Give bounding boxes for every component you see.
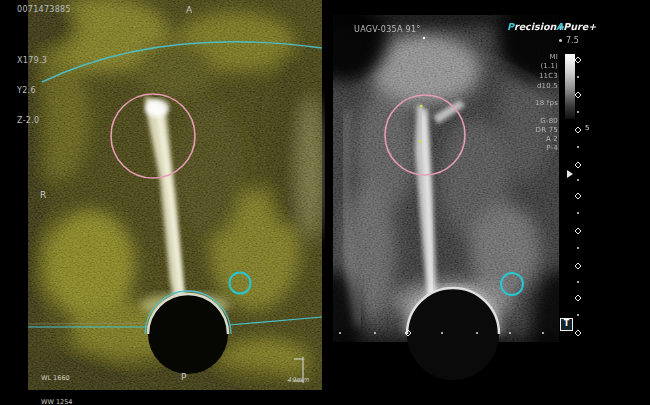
acoustic-power: A 2 bbox=[516, 135, 558, 143]
frequency-value: 7.5 bbox=[566, 36, 579, 45]
mri-window-settings: WL 1660 WW 1254 0.5mm bbox=[41, 358, 72, 405]
grayscale-bar bbox=[565, 54, 575, 119]
coordinate-readout: X179.3 Y2.6 Z-2.0 bbox=[17, 36, 47, 146]
coord-y: Y2.6 bbox=[17, 86, 47, 96]
fusion-image-panel[interactable] bbox=[0, 0, 325, 390]
depth-5cm-label: 5 bbox=[585, 124, 589, 132]
orientation-marker-right: R bbox=[40, 190, 47, 200]
ultrasound-screen: 0071473885 X179.3 Y2.6 Z-2.0 A R P WL 16… bbox=[0, 0, 650, 405]
brand-precision-prefix: P bbox=[507, 21, 514, 32]
patient-id: 0071473885 bbox=[17, 5, 71, 15]
transducer-label: 11C3 bbox=[516, 72, 558, 80]
mi-label: MI bbox=[516, 53, 558, 61]
t-button[interactable]: T bbox=[560, 318, 573, 331]
frame-rate: 18 fps bbox=[516, 99, 558, 107]
coord-x: X179.3 bbox=[17, 56, 47, 66]
window-level: WL 1660 bbox=[41, 374, 72, 382]
scale-label: 49mm bbox=[287, 375, 309, 385]
tick-dot-icon bbox=[559, 39, 562, 42]
dynamic-range: DR 75 bbox=[516, 126, 558, 134]
brand-apure-rest: Pure+ bbox=[563, 21, 596, 32]
focus-marker-icon bbox=[567, 170, 573, 178]
depth-setting: d10.5 bbox=[516, 82, 558, 90]
orientation-marker-anterior: A bbox=[186, 5, 192, 15]
mi-value: (1.1) bbox=[516, 62, 558, 70]
probe-label: UAGV-035A 91° bbox=[354, 25, 421, 35]
gain-setting: G-80 bbox=[516, 117, 558, 125]
orientation-marker-posterior: P bbox=[181, 372, 187, 382]
frequency-readout: 7.5 bbox=[559, 36, 579, 45]
window-width: WW 1254 bbox=[41, 398, 72, 405]
brand-apure: APure+ bbox=[556, 21, 596, 32]
persistence: P-4 bbox=[516, 144, 558, 152]
coord-z: Z-2.0 bbox=[17, 116, 47, 126]
probe-dome-bmode bbox=[407, 288, 499, 380]
